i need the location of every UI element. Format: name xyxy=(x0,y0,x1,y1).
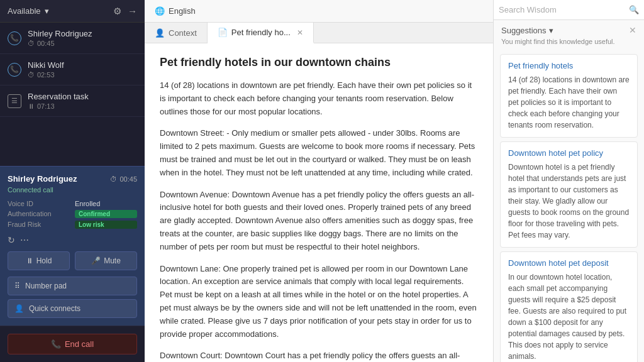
hold-icon: ⏸ xyxy=(26,256,33,265)
end-call-icon: 📞 xyxy=(51,339,61,349)
suggestion-card-0: Pet friendly hotels 14 (of 28) locations… xyxy=(500,54,638,138)
fraud-label: Fraud Risk xyxy=(8,221,70,229)
main-content: 🌐 English 👤 Context 📄 Pet friendly ho...… xyxy=(145,0,493,362)
end-call-button[interactable]: 📞 End call xyxy=(8,334,137,354)
hold-label: Hold xyxy=(36,256,52,265)
quick-connects-button[interactable]: 👤 Quick connects xyxy=(8,299,137,318)
auth-label: Authentication xyxy=(8,210,70,218)
timer-icon: ⏱ xyxy=(28,71,35,79)
tab-pet-friendly[interactable]: 📄 Pet friendly ho... ✕ xyxy=(208,23,314,43)
right-panel: 🔍 Suggestions ▾ ✕ You might find this kn… xyxy=(493,0,644,362)
search-icon[interactable]: 🔍 xyxy=(629,5,639,14)
sidebar-header: Available ▾ ⚙ → xyxy=(0,0,145,23)
voice-id-value: Enrolled xyxy=(75,200,137,207)
globe-icon: 🌐 xyxy=(155,6,165,16)
logout-icon[interactable]: → xyxy=(128,6,137,17)
connected-badge: Connected call xyxy=(8,186,137,194)
mute-label: Mute xyxy=(104,256,121,265)
contact-item[interactable]: 📞 Shirley Rodriguez ⏱ 00:45 xyxy=(0,23,145,54)
article-paragraph-2: Downtown Avenue: Downtown Avenue has a p… xyxy=(160,189,478,254)
number-pad-label: Number pad xyxy=(25,282,67,290)
time-value: 07:13 xyxy=(37,102,55,110)
time-value: 00:45 xyxy=(37,40,55,47)
article-paragraph-3: Downtown Lane: One properly trained pet … xyxy=(160,263,478,341)
settings-icon[interactable]: ⚙ xyxy=(113,6,121,17)
end-call-label: End call xyxy=(65,339,94,349)
active-call-time: ⏱ 00:45 xyxy=(110,175,137,183)
contact-name: Nikki Wolf xyxy=(28,60,137,70)
refresh-icon[interactable]: ↻ xyxy=(8,235,15,245)
quick-connects-icon: 👤 xyxy=(14,304,24,313)
status-selector[interactable]: Available ▾ xyxy=(8,6,49,16)
contact-item[interactable]: 📞 Nikki Wolf ⏱ 02:53 xyxy=(0,54,145,85)
call-actions: ⏸ Hold 🎤 Mute xyxy=(8,251,137,270)
contact-time: ⏱ 02:53 xyxy=(28,71,137,79)
number-pad-icon: ⠿ xyxy=(14,282,20,290)
call-info-grid: Voice ID Enrolled Authentication Confirm… xyxy=(8,200,137,229)
suggestions-title: Suggestions ▾ xyxy=(501,26,553,35)
main-body: Pet friendly hotels in our downtown chai… xyxy=(145,43,493,362)
voice-id-label: Voice ID xyxy=(8,200,70,207)
suggestion-card-text-1: Downtown hotel is a pet friendly hotel t… xyxy=(508,162,630,241)
contact-info: Reservation task ⏸ 07:13 xyxy=(28,92,137,110)
mute-button[interactable]: 🎤 Mute xyxy=(75,251,137,270)
active-call-name: Shirley Rodriguez xyxy=(8,174,77,184)
contact-time: ⏱ 00:45 xyxy=(28,40,137,47)
end-call-section: 📞 End call xyxy=(0,326,145,362)
sidebar: Available ▾ ⚙ → 📞 Shirley Rodriguez ⏱ 00… xyxy=(0,0,145,362)
article-title: Pet friendly hotels in our downtown chai… xyxy=(160,56,478,69)
call-duration: 00:45 xyxy=(119,175,137,183)
status-arrow: ▾ xyxy=(45,6,49,16)
tab-close-button[interactable]: ✕ xyxy=(297,28,303,37)
article-paragraph-1: Downtown Street: - Only medium or smalle… xyxy=(160,127,478,179)
article-body: 14 (of 28) locations in downtown are pet… xyxy=(160,79,478,362)
contact-info: Shirley Rodriguez ⏱ 00:45 xyxy=(28,29,137,47)
article-paragraph-4: Downtown Court: Downtown Court has a pet… xyxy=(160,349,478,362)
suggestions-header: Suggestions ▾ ✕ xyxy=(494,20,644,38)
language-label: English xyxy=(169,6,196,16)
contact-time: ⏸ 07:13 xyxy=(28,102,137,110)
contact-name: Shirley Rodriguez xyxy=(28,29,137,38)
phone-icon: 📞 xyxy=(8,31,21,45)
quick-connects-label: Quick connects xyxy=(29,304,80,313)
suggestion-card-text-0: 14 (of 28) locations in downtown are pet… xyxy=(508,74,630,131)
mute-icon: 🎤 xyxy=(91,256,101,265)
pet-friendly-tab-icon: 📄 xyxy=(218,28,228,37)
timer-icon: ⏱ xyxy=(110,175,117,183)
right-panel-search: 🔍 xyxy=(494,0,644,20)
status-label: Available xyxy=(8,6,41,16)
context-tab-label: Context xyxy=(169,28,197,38)
suggestion-card-title-1[interactable]: Downtown hotel pet policy xyxy=(508,148,630,158)
task-icon: ☰ xyxy=(8,94,21,108)
extra-actions: ⠿ Number pad 👤 Quick connects xyxy=(8,277,137,318)
right-panel-close-button[interactable]: ✕ xyxy=(629,25,636,35)
language-selector[interactable]: 🌐 English xyxy=(155,6,196,16)
call-info-icons: ↻ ⋯ xyxy=(8,235,137,245)
suggestion-card-text-2: In our downtown hotel location, each sma… xyxy=(508,272,630,362)
contact-info: Nikki Wolf ⏱ 02:53 xyxy=(28,60,137,79)
suggestion-card-2: Downtown hotel pet deposit In our downto… xyxy=(500,251,638,362)
contact-item[interactable]: ☰ Reservation task ⏸ 07:13 xyxy=(0,85,145,117)
context-tab-icon: 👤 xyxy=(155,28,165,38)
suggestion-card-title-2[interactable]: Downtown hotel pet deposit xyxy=(508,258,630,268)
main-tabs: 👤 Context 📄 Pet friendly ho... ✕ xyxy=(145,23,493,43)
pause-icon: ⏸ xyxy=(28,102,35,110)
auth-badge: Confirmed xyxy=(75,210,137,218)
search-input[interactable] xyxy=(499,5,625,14)
phone-icon: 📞 xyxy=(8,63,21,77)
number-pad-button[interactable]: ⠿ Number pad xyxy=(8,277,137,295)
more-icon[interactable]: ⋯ xyxy=(20,235,29,245)
suggestion-card-1: Downtown hotel pet policy Downtown hotel… xyxy=(500,141,638,248)
suggestions-list: Pet friendly hotels 14 (of 28) locations… xyxy=(494,50,644,362)
active-call-header: Shirley Rodriguez ⏱ 00:45 xyxy=(8,174,137,184)
fraud-badge: Low risk xyxy=(75,221,137,229)
hold-button[interactable]: ⏸ Hold xyxy=(8,251,70,270)
active-call-panel: Shirley Rodriguez ⏱ 00:45 Connected call… xyxy=(0,166,145,326)
tab-context[interactable]: 👤 Context xyxy=(145,23,208,43)
pet-friendly-tab-label: Pet friendly ho... xyxy=(231,28,291,37)
suggestions-label: Suggestions xyxy=(501,26,547,35)
sidebar-header-icons: ⚙ → xyxy=(113,6,137,17)
suggestion-card-title-0[interactable]: Pet friendly hotels xyxy=(508,61,630,70)
contact-list: 📞 Shirley Rodriguez ⏱ 00:45 📞 Nikki Wolf… xyxy=(0,23,145,166)
suggestions-arrow[interactable]: ▾ xyxy=(549,26,553,35)
